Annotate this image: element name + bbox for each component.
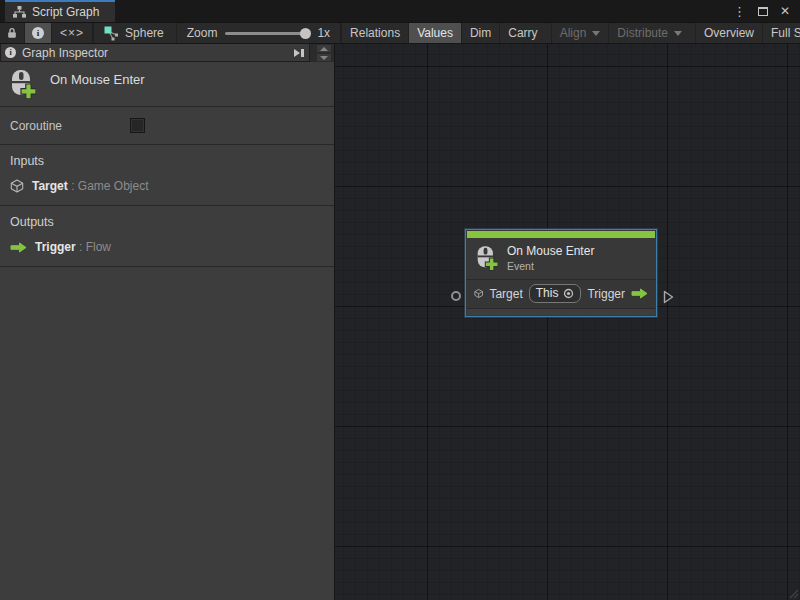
node-title: On Mouse Enter [507,244,594,258]
inputs-section: Inputs Target : Game Object [0,145,334,206]
outputs-header: Outputs [10,215,324,229]
target-port-label: Target [489,287,522,301]
scroll-down-button[interactable] [317,54,331,61]
object-picker-icon[interactable] [563,288,574,299]
tab-bar: Script Graph ⋮ ✕ [0,0,800,22]
on-mouse-enter-icon [10,69,36,99]
dim-button[interactable]: Dim [461,23,499,43]
node-footer [467,308,655,315]
coroutine-label: Coroutine [10,119,130,133]
info-icon: i [32,27,44,39]
cube-icon [10,179,24,193]
dropdown-arrow-icon [592,31,600,36]
cube-icon [474,287,483,300]
graph-hierarchy-icon [13,6,26,18]
on-mouse-enter-icon [476,245,498,271]
coroutine-section: Coroutine [0,107,334,145]
zoom-slider[interactable] [225,32,309,35]
zoom-control: Zoom 1x [177,23,341,43]
inspector-header[interactable]: i Graph Inspector [0,44,310,62]
carry-button[interactable]: Carry [499,23,545,43]
inspector-title: Graph Inspector [22,46,287,60]
node-header[interactable]: On Mouse Enter Event [466,238,656,279]
on-mouse-enter-node[interactable]: On Mouse Enter Event Target This [465,229,657,317]
flow-arrow-icon [631,288,648,299]
output-port-socket[interactable] [663,290,674,304]
inputs-header: Inputs [10,154,324,168]
maximize-icon[interactable] [758,7,768,16]
output-name: Trigger [35,240,76,254]
close-icon[interactable]: ✕ [780,5,790,17]
flow-arrow-icon [10,242,27,253]
tab-script-graph[interactable]: Script Graph [5,0,115,22]
values-button[interactable]: Values [408,23,461,43]
event-title-section: On Mouse Enter [0,62,334,107]
node-event-colorbar [467,231,655,238]
tab-label: Script Graph [32,5,99,19]
full-screen-button[interactable]: Full Screen [762,23,800,43]
input-name: Target [32,179,68,193]
toolbar-buttons: Relations Values Dim Carry Align Distrib… [341,23,800,43]
script-graph-asset-icon [104,26,119,41]
window-menu-icon[interactable]: ⋮ [733,5,746,18]
overview-button[interactable]: Overview [695,23,762,43]
chevron-down-icon [320,56,328,60]
zoom-label: Zoom [187,26,218,40]
target-value: This [536,286,559,300]
graph-canvas[interactable]: On Mouse Enter Event Target This [335,44,800,600]
chevron-up-icon [320,47,328,51]
zoom-value: 1x [317,26,330,40]
coroutine-checkbox[interactable] [130,118,145,133]
edit-code-button[interactable]: <×> [52,23,93,43]
relations-button[interactable]: Relations [341,23,408,43]
graph-asset[interactable]: Sphere [93,23,177,43]
info-icon: i [5,47,16,58]
outputs-section: Outputs Trigger : Flow [0,206,334,267]
dropdown-arrow-icon [674,31,682,36]
inspector-toggle-button[interactable]: i [25,23,52,43]
window-controls: ⋮ ✕ [733,0,800,22]
target-value-chip[interactable]: This [529,284,582,303]
event-title: On Mouse Enter [50,72,145,87]
script-graph-window: Script Graph ⋮ ✕ i <×> [0,0,800,600]
resize-grip-icon[interactable] [789,589,799,599]
output-row-trigger: Trigger : Flow [10,240,324,254]
panel-scroll-spinner [317,45,331,61]
node-subtitle: Event [507,260,594,272]
graph-toolbar: i <×> Sphere Zoom 1x Relations Values Di… [0,22,800,44]
code-icon: <×> [60,26,84,40]
trigger-port-label: Trigger [587,287,625,301]
scroll-up-button[interactable] [317,45,331,52]
distribute-dropdown[interactable]: Distribute [608,23,690,43]
input-port-socket[interactable] [451,291,461,301]
node-port-row: Target This Trigger [466,279,656,308]
inspector-header-row: i Graph Inspector [0,44,334,62]
graph-name-label: Sphere [125,26,164,40]
zoom-slider-handle[interactable] [300,28,311,39]
lock-icon [7,27,17,39]
inspector-empty-area [0,267,334,600]
graph-inspector-panel: i Graph Inspector [0,44,335,600]
lock-button[interactable] [0,23,25,43]
dock-panel-icon[interactable] [293,48,305,58]
align-dropdown[interactable]: Align [551,23,609,43]
input-row-target: Target : Game Object [10,179,324,193]
output-type: : Flow [79,240,111,254]
input-type: : Game Object [71,179,148,193]
